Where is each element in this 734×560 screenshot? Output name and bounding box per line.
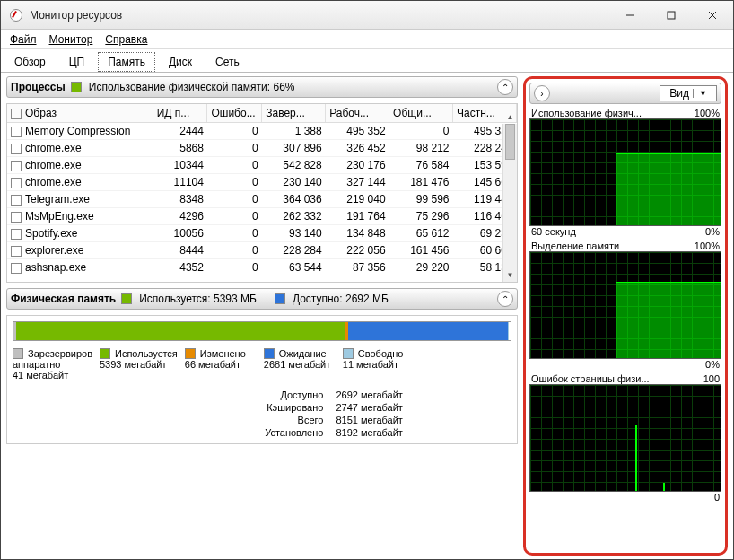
row-checkbox[interactable]: [11, 212, 22, 223]
processes-title: Процессы: [11, 81, 66, 93]
table-row[interactable]: Telegram.exe83480364 036219 04099 596119…: [7, 191, 517, 208]
table-row[interactable]: chrome.exe58680307 896326 45298 212228 2…: [7, 140, 517, 157]
chart-commit: Выделение памяти100% 0%: [529, 241, 721, 370]
used-swatch: [121, 293, 132, 304]
row-checkbox[interactable]: [11, 263, 22, 274]
app-icon: [10, 9, 22, 22]
collapse-charts-icon[interactable]: ›: [534, 85, 550, 101]
bar-standby: [348, 322, 507, 340]
row-checkbox[interactable]: [11, 127, 22, 137]
chart-page-faults: Ошибок страницы физи...100 0: [529, 373, 721, 503]
mem-usage-swatch: [71, 82, 82, 92]
table-row[interactable]: explorer.exe84440228 284222 056161 45660…: [7, 242, 517, 259]
processes-table[interactable]: Образ ИД п... Ошибо... Завер... Рабоч...…: [6, 103, 518, 283]
row-checkbox[interactable]: [11, 161, 22, 171]
table-row[interactable]: Memory Compression244401 388495 3520495 …: [7, 123, 517, 140]
col-faults[interactable]: Ошибо...: [207, 104, 262, 123]
memory-bar: [13, 321, 511, 341]
processes-header[interactable]: Процессы Использование физической памяти…: [6, 76, 518, 98]
view-dropdown[interactable]: Вид▼: [660, 85, 717, 101]
scroll-down-icon[interactable]: ▼: [503, 267, 517, 282]
physmem-used: Используется: 5393 МБ: [139, 293, 257, 305]
physmem-header[interactable]: Физическая память Используется: 5393 МБ …: [6, 288, 518, 310]
charts-highlight-frame: › Вид▼ Использование физич...100% 60 сек…: [523, 76, 728, 556]
table-row[interactable]: chrome.exe111040230 140327 144181 476145…: [7, 174, 517, 191]
tab-disk[interactable]: Диск: [159, 52, 202, 72]
chart-phys-usage: Использование физич...100% 60 секунд0%: [529, 108, 721, 237]
menu-file[interactable]: Файл: [4, 31, 42, 48]
col-working[interactable]: Рабоч...: [326, 104, 389, 123]
tabbar: Обзор ЦП Память Диск Сеть: [1, 49, 733, 73]
minimize-button[interactable]: [609, 1, 651, 30]
col-shared[interactable]: Общи...: [389, 104, 453, 123]
table-row[interactable]: ashsnap.exe4352063 54487 35629 22058 136: [7, 259, 517, 276]
table-row[interactable]: Spotify.exe10056093 140134 84865 61269 2…: [7, 225, 517, 242]
row-checkbox[interactable]: [11, 144, 22, 154]
row-checkbox[interactable]: [11, 178, 22, 188]
memory-stats: Доступно2692 мегабайт Кэшировано2747 мег…: [156, 389, 511, 438]
physmem-panel: Зарезервироваппаратно41 мегабайт Использ…: [6, 315, 518, 444]
chevron-down-icon: ▼: [693, 89, 707, 98]
physmem-avail: Доступно: 2692 МБ: [293, 293, 389, 305]
bar-used: [16, 322, 345, 340]
mem-usage-label: Использование физической памяти: 66%: [89, 81, 295, 93]
tab-network[interactable]: Сеть: [205, 52, 249, 72]
table-scrollbar[interactable]: ▲ ▼: [502, 124, 517, 282]
tab-memory[interactable]: Память: [98, 52, 155, 72]
titlebar[interactable]: Монитор ресурсов: [1, 1, 733, 30]
menu-help[interactable]: Справка: [100, 31, 153, 48]
scrollbar-thumb[interactable]: [505, 124, 515, 160]
svg-rect-1: [668, 12, 675, 19]
row-checkbox[interactable]: [11, 195, 22, 206]
memory-legend: Зарезервироваппаратно41 мегабайт Использ…: [13, 348, 511, 381]
col-image[interactable]: Образ: [7, 104, 153, 123]
tab-overview[interactable]: Обзор: [4, 52, 56, 72]
charts-toolbar: › Вид▼: [529, 83, 721, 104]
physmem-title: Физическая память: [11, 293, 116, 305]
menu-monitor[interactable]: Монитор: [44, 31, 99, 48]
close-button[interactable]: [692, 1, 733, 30]
checkbox-all[interactable]: [11, 109, 22, 119]
resource-monitor-window: Монитор ресурсов Файл Монитор Справка Об…: [0, 0, 734, 560]
table-row[interactable]: chrome.exe103440542 828230 17676 584153 …: [7, 157, 517, 174]
window-title: Монитор ресурсов: [30, 9, 609, 22]
scroll-up-icon[interactable]: ▲: [503, 109, 517, 124]
menubar: Файл Монитор Справка: [1, 30, 733, 49]
row-checkbox[interactable]: [11, 229, 22, 240]
table-row[interactable]: MsMpEng.exe42960262 332191 76475 296116 …: [7, 208, 517, 225]
collapse-icon[interactable]: ⌃: [497, 79, 513, 95]
bar-free: [508, 322, 509, 340]
avail-swatch: [275, 293, 285, 304]
col-pid[interactable]: ИД п...: [153, 104, 207, 123]
row-checkbox[interactable]: [11, 246, 22, 257]
tab-cpu[interactable]: ЦП: [59, 52, 95, 72]
maximize-button[interactable]: [651, 1, 692, 30]
col-completed[interactable]: Завер...: [262, 104, 326, 123]
collapse-icon-2[interactable]: ⌃: [497, 291, 513, 307]
